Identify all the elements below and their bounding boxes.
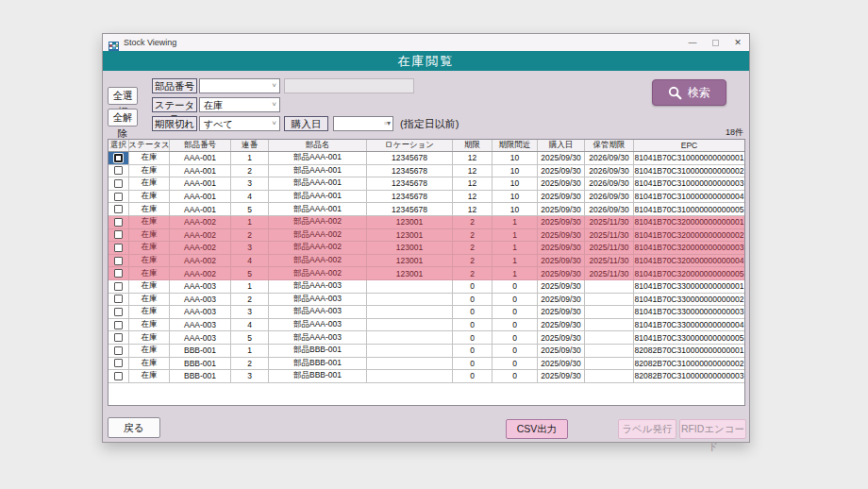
table-row[interactable]: 在庫BBB-0011部品BBB-001002025/09/3082082B70C… — [108, 345, 744, 358]
cell-purchase: 2025/09/30 — [538, 177, 585, 190]
row-select-cell[interactable] — [108, 306, 129, 318]
search-button[interactable]: 検索 — [652, 79, 726, 106]
column-header-purchase[interactable]: 購入日 — [538, 140, 585, 151]
column-header-part[interactable]: 部品番号 — [170, 140, 231, 151]
row-select-cell[interactable] — [108, 229, 129, 242]
table-row[interactable]: 在庫AAA-0032部品AAA-003002025/09/3081041B70C… — [108, 294, 744, 307]
cell-part: AAA-001 — [170, 203, 231, 215]
column-header-name[interactable]: 部品名 — [269, 140, 367, 151]
table-row[interactable]: 在庫AAA-0033部品AAA-003002025/09/3081041B70C… — [108, 306, 744, 319]
result-count: 18件 — [726, 126, 743, 139]
column-header-seq[interactable]: 連番 — [231, 140, 269, 151]
row-select-cell[interactable] — [108, 370, 129, 382]
deselect-all-button[interactable]: 全解除 — [108, 109, 138, 126]
status-combobox[interactable]: 在庫˅ — [199, 97, 280, 112]
window-title: Stock Viewing — [124, 38, 176, 47]
row-checkbox[interactable] — [114, 205, 123, 213]
expired-combobox[interactable]: すべて˅ — [199, 116, 280, 131]
row-checkbox[interactable] — [114, 346, 123, 355]
row-select-cell[interactable] — [108, 358, 129, 370]
table-row[interactable]: 在庫AAA-0021部品AAA-002123001212025/09/30202… — [108, 216, 744, 229]
row-checkbox[interactable] — [114, 257, 123, 265]
date-picker-icon[interactable]: ▫▾ — [384, 119, 391, 127]
column-header-near[interactable]: 期限間近 — [492, 140, 538, 151]
row-select-cell[interactable] — [108, 280, 129, 293]
cell-seq: 1 — [231, 216, 269, 228]
row-select-cell[interactable] — [108, 255, 129, 267]
column-header-epc[interactable]: EPC — [634, 140, 744, 151]
cell-epc: 82082B70C310000000000003 — [634, 370, 744, 382]
table-row[interactable]: 在庫AAA-0014部品AAA-0011234567812102025/09/3… — [108, 191, 744, 204]
row-checkbox[interactable] — [114, 359, 123, 367]
row-select-cell[interactable] — [108, 294, 129, 306]
close-button[interactable]: ✕ — [726, 34, 749, 51]
cell-period: 2 — [453, 216, 492, 228]
cell-epc: 81041B70C310000000000005 — [634, 203, 744, 215]
column-header-period[interactable]: 期限 — [453, 140, 492, 151]
row-checkbox[interactable] — [114, 193, 123, 201]
column-header-storage[interactable]: 保管期限 — [585, 140, 634, 151]
row-checkbox[interactable] — [114, 269, 123, 278]
chevron-down-icon: ˅ — [272, 81, 276, 90]
table-row[interactable]: 在庫AAA-0025部品AAA-002123001212025/09/30202… — [108, 267, 744, 280]
cell-period: 12 — [453, 203, 492, 215]
row-checkbox[interactable] — [114, 179, 123, 188]
row-select-cell[interactable] — [108, 216, 129, 228]
select-all-button[interactable]: 全選択 — [108, 87, 138, 105]
table-row[interactable]: 在庫AAA-0011部品AAA-0011234567812102025/09/3… — [108, 152, 744, 165]
table-row[interactable]: 在庫BBB-0013部品BBB-001002025/09/3082082B70C… — [108, 370, 744, 383]
window-titlebar[interactable]: Stock Viewing — ✕ — [103, 34, 749, 51]
purchase-date-input[interactable]: ▫▾ — [333, 116, 393, 131]
row-select-cell[interactable] — [108, 191, 129, 203]
row-select-cell[interactable] — [108, 152, 129, 164]
row-checkbox[interactable] — [114, 244, 123, 252]
row-select-cell[interactable] — [108, 242, 129, 254]
row-select-cell[interactable] — [108, 319, 129, 331]
table-row[interactable]: 在庫AAA-0013部品AAA-0011234567812102025/09/3… — [108, 177, 744, 191]
column-header-status[interactable]: ステータス — [129, 140, 170, 151]
column-header-check[interactable]: 選択 — [108, 140, 129, 151]
cell-name: 部品AAA-003 — [269, 306, 367, 318]
row-checkbox[interactable] — [114, 218, 123, 227]
row-select-cell[interactable] — [108, 203, 129, 215]
cell-location: 12345678 — [367, 152, 453, 164]
row-checkbox[interactable] — [114, 372, 123, 380]
table-row[interactable]: 在庫AAA-0023部品AAA-002123001212025/09/30202… — [108, 242, 744, 255]
csv-export-button[interactable]: CSV出力 — [506, 419, 568, 439]
cell-name: 部品AAA-001 — [269, 152, 367, 164]
part-number-combobox[interactable]: ˅ — [199, 78, 280, 93]
row-select-cell[interactable] — [108, 267, 129, 279]
row-checkbox[interactable] — [114, 333, 123, 342]
cell-epc: 81041B70C320000000000004 — [634, 255, 744, 267]
row-checkbox[interactable] — [114, 321, 123, 329]
table-row[interactable]: 在庫BBB-0012部品BBB-001002025/09/3082082B70C… — [108, 358, 744, 371]
table-row[interactable]: 在庫AAA-0012部品AAA-0011234567812102025/09/3… — [108, 165, 744, 178]
row-checkbox[interactable] — [114, 295, 123, 303]
cell-storage — [585, 370, 634, 382]
minimize-button[interactable]: — — [681, 34, 704, 51]
row-select-cell[interactable] — [108, 165, 129, 177]
table-row[interactable]: 在庫AAA-0024部品AAA-002123001212025/09/30202… — [108, 255, 744, 268]
column-header-location[interactable]: ロケーション — [367, 140, 453, 151]
row-select-cell[interactable] — [108, 177, 129, 190]
table-row[interactable]: 在庫AAA-0035部品AAA-003002025/09/3081041B70C… — [108, 331, 744, 345]
row-select-cell[interactable] — [108, 345, 129, 357]
cell-epc: 81041B70C310000000000003 — [634, 177, 744, 190]
row-checkbox[interactable] — [114, 166, 123, 175]
cell-seq: 2 — [231, 229, 269, 242]
table-row[interactable]: 在庫AAA-0015部品AAA-0011234567812102025/09/3… — [108, 203, 744, 216]
row-checkbox[interactable] — [114, 230, 123, 239]
table-row[interactable]: 在庫AAA-0022部品AAA-002123001212025/09/30202… — [108, 229, 744, 243]
row-checkbox[interactable] — [114, 154, 123, 162]
cell-storage: 2026/09/30 — [585, 203, 634, 215]
table-row[interactable]: 在庫AAA-0034部品AAA-003002025/09/3081041B70C… — [108, 319, 744, 332]
table-row[interactable]: 在庫AAA-0031部品AAA-003002025/09/3081041B70C… — [108, 280, 744, 294]
cell-location: 12345678 — [367, 191, 453, 203]
cell-status: 在庫 — [129, 229, 170, 242]
row-checkbox[interactable] — [114, 308, 123, 316]
cell-near: 10 — [492, 165, 538, 177]
back-button[interactable]: 戻る — [108, 417, 160, 438]
row-checkbox[interactable] — [114, 282, 123, 291]
cell-name: 部品AAA-001 — [269, 165, 367, 177]
row-select-cell[interactable] — [108, 331, 129, 344]
